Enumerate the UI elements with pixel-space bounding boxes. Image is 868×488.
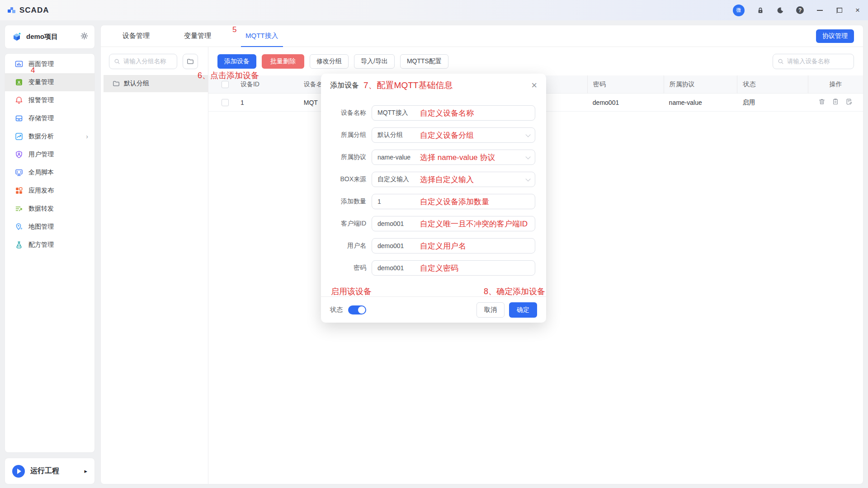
username-input[interactable]: demo001 自定义用户名: [372, 238, 535, 253]
field-label: 设备名称: [332, 109, 366, 117]
sidebar-item-label: 数据转发: [28, 205, 54, 213]
modal-header: 添加设备 7、配置MQTT基础信息 ×: [321, 74, 546, 97]
annotation-username: 自定义用户名: [420, 241, 466, 251]
user-shield-icon: [15, 150, 23, 159]
chevron-down-icon: [525, 132, 530, 137]
sidebar-item-recipe-mgmt[interactable]: 配方管理: [5, 236, 94, 254]
sidebar-menu: 画面管理 X 变量管理 报警管理 存储管理 数据分析 › 用户管理: [5, 53, 95, 453]
tab-mqtt-access[interactable]: MQTT接入: [241, 25, 283, 47]
sidebar-item-storage-mgmt[interactable]: 存储管理: [5, 109, 94, 127]
sidebar-item-map-mgmt[interactable]: 地图管理: [5, 218, 94, 236]
dark-mode-moon-icon[interactable]: [776, 6, 784, 14]
sidebar-item-data-forward[interactable]: 数据转发: [5, 200, 94, 218]
protocol-mgmt-button[interactable]: 协议管理: [816, 29, 854, 43]
alarm-bell-icon: [15, 96, 23, 104]
modal-title: 添加设备: [330, 81, 359, 90]
box-source-select[interactable]: 自定义输入 选择自定义输入: [372, 172, 535, 187]
sidebar-item-user-mgmt[interactable]: 用户管理: [5, 145, 94, 164]
sidebar-item-label: 配方管理: [28, 241, 54, 249]
annotation-password: 自定义密码: [420, 263, 458, 273]
status-toggle[interactable]: [348, 305, 366, 314]
scada-logo-icon: [7, 6, 16, 14]
tabs-row: 设备管理 变量管理 MQTT接入 协议管理: [101, 25, 863, 47]
device-log-icon[interactable]: [832, 98, 839, 107]
import-export-button[interactable]: 导入/导出: [354, 54, 395, 69]
field-label: 用户名: [332, 242, 366, 250]
sidebar-item-variable-mgmt[interactable]: X 变量管理: [5, 73, 94, 91]
group-select[interactable]: 默认分组 自定义设备分组: [372, 127, 535, 143]
tab-variable-mgmt[interactable]: 变量管理: [179, 25, 216, 47]
project-card: demo项目: [5, 25, 95, 49]
wechat-icon[interactable]: 微: [733, 5, 745, 16]
search-icon: [114, 58, 120, 65]
field-value: demo001: [377, 242, 404, 249]
sidebar-item-alarm-mgmt[interactable]: 报警管理: [5, 91, 94, 109]
batch-delete-button[interactable]: 批量删除: [262, 54, 304, 69]
cell-protocol: name-value: [664, 94, 737, 111]
select-all-checkbox[interactable]: [222, 81, 229, 88]
add-device-button[interactable]: 添加设备: [217, 54, 256, 69]
sidebar-item-label: 应用发布: [28, 187, 54, 195]
annotation-step7: 7、配置MQTT基础信息: [363, 80, 453, 91]
modal-close-icon[interactable]: ×: [531, 80, 537, 90]
sidebar-item-label: 用户管理: [28, 150, 54, 159]
confirm-button[interactable]: 确定: [509, 302, 537, 318]
add-group-folder-button[interactable]: [183, 54, 198, 69]
annotation-step5: 5: [232, 25, 236, 34]
col-header-password: 密码: [587, 75, 664, 93]
protocol-select[interactable]: name-value 选择 name-value 协议: [372, 150, 535, 165]
annotation-protocol: 选择 name-value 协议: [420, 152, 495, 163]
chevron-down-icon: [525, 176, 530, 181]
restore-window-icon[interactable]: [835, 6, 844, 14]
play-icon: [12, 465, 25, 478]
sidebar-item-label: 存储管理: [28, 114, 54, 122]
mqtts-config-button[interactable]: MQTTS配置: [400, 54, 448, 69]
device-name-input[interactable]: MQTT接入 自定义设备名称: [372, 105, 535, 121]
row-checkbox[interactable]: [222, 99, 229, 106]
minimize-icon[interactable]: [816, 6, 824, 14]
app-publish-icon: [15, 187, 23, 195]
run-expand-chevron-icon[interactable]: ▸: [84, 468, 87, 474]
device-search-input[interactable]: 请输入设备名称: [773, 54, 854, 69]
tab-label: 变量管理: [184, 32, 211, 40]
cell-device-id: 1: [241, 94, 304, 111]
field-value: 默认分组: [377, 131, 403, 139]
add-count-input[interactable]: 1 自定义设备添加数量: [372, 194, 535, 209]
group-item-default[interactable]: 默认分组: [104, 75, 208, 92]
app-title: SCADA: [19, 6, 49, 15]
project-name: demo项目: [26, 33, 58, 41]
run-project-button[interactable]: 运行工程 ▸: [5, 458, 95, 484]
storage-icon: [15, 114, 23, 122]
group-search-input[interactable]: 请输入分组名称: [109, 54, 177, 69]
annotation-device-name: 自定义设备名称: [420, 108, 474, 118]
status-toggle-label: 状态: [330, 306, 343, 314]
screen-icon: [15, 60, 23, 68]
lock-icon[interactable]: [756, 6, 764, 14]
sidebar-item-data-analysis[interactable]: 数据分析 ›: [5, 127, 94, 145]
sidebar-item-label: 变量管理: [28, 78, 54, 86]
map-pin-icon: [15, 223, 23, 231]
delete-row-icon[interactable]: [818, 98, 826, 107]
edit-device-icon[interactable]: [845, 98, 853, 107]
sidebar-item-screen-mgmt[interactable]: 画面管理: [5, 55, 94, 73]
field-label: 客户端ID: [332, 220, 366, 228]
client-id-input[interactable]: demo001 自定义唯一且不冲突的客户端ID: [372, 216, 535, 231]
project-settings-gear-icon[interactable]: [80, 32, 88, 42]
field-value: demo001: [377, 220, 404, 227]
sidebar-item-app-publish[interactable]: 应用发布: [5, 182, 94, 200]
device-search-placeholder: 请输入设备名称: [787, 57, 830, 66]
modal-body: 设备名称 MQTT接入 自定义设备名称 所属分组 默认分组 自定义设备分组 所属…: [321, 97, 546, 276]
sidebar-item-global-script[interactable]: 全局脚本: [5, 164, 94, 182]
sidebar-item-label: 数据分析: [28, 132, 54, 141]
field-label: 所属协议: [332, 153, 366, 161]
sidebar-item-label: 地图管理: [28, 223, 54, 231]
variable-icon: X: [15, 78, 23, 86]
close-window-icon[interactable]: ×: [855, 6, 860, 14]
help-icon[interactable]: ?: [796, 6, 804, 14]
recipe-flask-icon: [15, 241, 23, 249]
cancel-button[interactable]: 取消: [476, 302, 505, 318]
tab-device-mgmt[interactable]: 设备管理: [118, 25, 154, 47]
modify-group-button[interactable]: 修改分组: [310, 54, 349, 69]
script-monitor-icon: [15, 169, 23, 177]
password-input[interactable]: demo001 自定义密码: [372, 260, 535, 276]
